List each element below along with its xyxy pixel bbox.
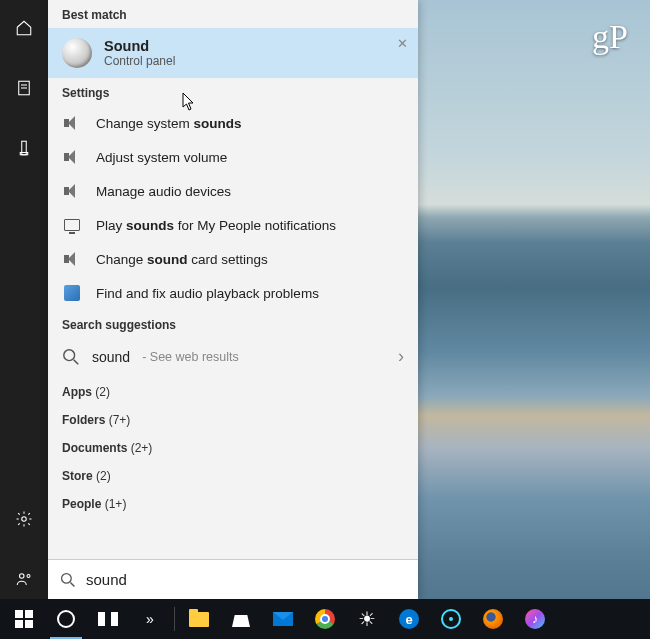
svg-point-6	[20, 574, 25, 579]
category-label: Store	[62, 469, 93, 483]
troubleshoot-icon	[64, 285, 80, 301]
sound-icon	[62, 38, 92, 68]
svg-rect-14	[15, 620, 23, 628]
category-header[interactable]: Store (2)	[48, 459, 418, 487]
taskbar-overflow[interactable]: »	[130, 599, 170, 639]
chevron-right-icon: ›	[398, 346, 404, 367]
task-view-button[interactable]	[88, 599, 128, 639]
svg-rect-15	[25, 620, 33, 628]
category-header[interactable]: People (1+)	[48, 487, 418, 515]
start-button[interactable]	[4, 599, 44, 639]
category-label: Apps	[62, 385, 92, 399]
settings-item-label: Change sound card settings	[96, 252, 268, 267]
rail-pictures-icon[interactable]	[0, 128, 48, 168]
watermark: gP	[592, 18, 628, 56]
best-match-subtitle: Control panel	[104, 54, 175, 68]
settings-header: Settings	[48, 78, 418, 106]
svg-point-7	[27, 575, 30, 578]
settings-item-label: Play sounds for My People notifications	[96, 218, 336, 233]
category-count: (1+)	[105, 497, 127, 511]
settings-item[interactable]: Play sounds for My People notifications	[48, 208, 418, 242]
svg-line-11	[70, 582, 74, 586]
start-rail	[0, 0, 48, 599]
best-match-title: Sound	[104, 38, 175, 54]
speaker-icon	[64, 184, 80, 198]
settings-item[interactable]: Manage audio devices	[48, 174, 418, 208]
category-label: People	[62, 497, 101, 511]
rail-home-icon[interactable]	[0, 8, 48, 48]
monitor-icon	[64, 219, 80, 231]
mail-icon[interactable]	[263, 599, 303, 639]
settings-item[interactable]: Adjust system volume	[48, 140, 418, 174]
search-bar	[48, 559, 418, 599]
settings-item[interactable]: Change system sounds	[48, 106, 418, 140]
svg-point-10	[62, 573, 72, 583]
speaker-icon	[64, 116, 80, 130]
category-count: (2)	[96, 469, 111, 483]
best-match-item[interactable]: Sound Control panel ✕	[48, 28, 418, 78]
microsoft-store-icon[interactable]	[221, 599, 261, 639]
taskbar-divider	[174, 607, 175, 631]
cortana-button[interactable]	[46, 599, 86, 639]
web-term: sound	[92, 349, 130, 365]
taskbar: » ☀ e	[0, 599, 650, 639]
settings-item-label: Change system sounds	[96, 116, 242, 131]
category-label: Documents	[62, 441, 127, 455]
chrome-icon[interactable]	[305, 599, 345, 639]
search-results: Best match Sound Control panel ✕ Setting…	[48, 0, 418, 559]
category-count: (7+)	[109, 413, 131, 427]
settings-item-label: Adjust system volume	[96, 150, 227, 165]
category-count: (2)	[95, 385, 110, 399]
category-header[interactable]: Documents (2+)	[48, 431, 418, 459]
svg-line-9	[74, 359, 79, 364]
search-icon	[60, 572, 76, 588]
settings-item[interactable]: Change sound card settings	[48, 242, 418, 276]
rail-documents-icon[interactable]	[0, 68, 48, 108]
category-header[interactable]: Apps (2)	[48, 375, 418, 403]
category-header[interactable]: Folders (7+)	[48, 403, 418, 431]
settings-item-label: Manage audio devices	[96, 184, 231, 199]
weather-icon[interactable]: ☀	[347, 599, 387, 639]
web-hint: - See web results	[142, 350, 239, 364]
itunes-icon[interactable]	[515, 599, 555, 639]
rail-account-icon[interactable]	[0, 559, 48, 599]
search-suggestions-header: Search suggestions	[48, 310, 418, 338]
category-label: Folders	[62, 413, 105, 427]
web-search-row[interactable]: sound - See web results ›	[48, 338, 418, 375]
edge-icon[interactable]: e	[389, 599, 429, 639]
search-icon	[62, 348, 80, 366]
svg-rect-13	[25, 610, 33, 618]
svg-rect-12	[15, 610, 23, 618]
best-match-header: Best match	[48, 0, 418, 28]
rail-settings-icon[interactable]	[0, 499, 48, 539]
close-icon[interactable]: ✕	[397, 36, 408, 51]
settings-item[interactable]: Find and fix audio playback problems	[48, 276, 418, 310]
search-input[interactable]	[86, 571, 406, 588]
svg-point-8	[64, 349, 75, 360]
file-explorer-icon[interactable]	[179, 599, 219, 639]
speaker-icon	[64, 150, 80, 164]
search-panel: Best match Sound Control panel ✕ Setting…	[48, 0, 418, 599]
svg-point-5	[22, 517, 27, 522]
app-icon[interactable]	[431, 599, 471, 639]
firefox-icon[interactable]	[473, 599, 513, 639]
speaker-icon	[64, 252, 80, 266]
category-count: (2+)	[131, 441, 153, 455]
settings-item-label: Find and fix audio playback problems	[96, 286, 319, 301]
